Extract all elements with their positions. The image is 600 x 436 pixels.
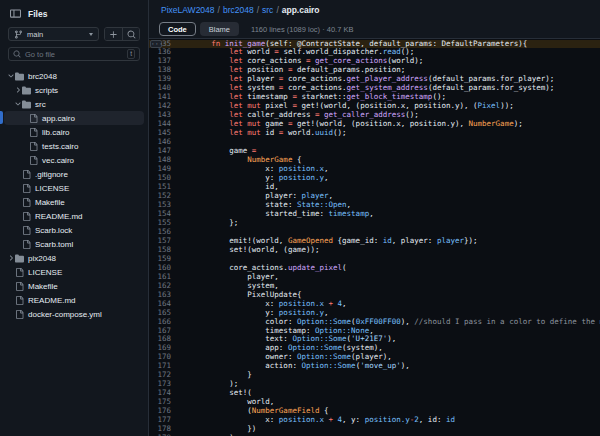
chevron-down-icon [89, 33, 93, 36]
file-icon [22, 226, 31, 235]
folder-icon [15, 254, 24, 263]
code-text: let mut id = world.uuid(); [175, 129, 347, 138]
file-icon [29, 114, 38, 123]
code-line-155: 155 }; [149, 219, 600, 228]
chevron-down-icon [6, 72, 15, 80]
breadcrumb-link-src[interactable]: src [262, 5, 273, 15]
file-view-tabbar: Code Blame 1160 lines (1089 loc) · 40.7 … [149, 20, 600, 39]
chevron-right-icon [6, 254, 15, 262]
tree-item-label: LICENSE [28, 268, 62, 277]
breadcrumb: PixeLAW2048/brc2048/src/app.cairo [149, 0, 600, 20]
breadcrumb-separator: / [276, 5, 278, 15]
tree-item-scarb-toml[interactable]: Scarb.toml [4, 237, 144, 251]
file-icon [15, 310, 24, 319]
branch-selector[interactable]: main [8, 27, 99, 41]
breadcrumb-link-pixelaw2048[interactable]: PixeLAW2048 [161, 5, 215, 15]
file-tree-sidebar: Files main [0, 0, 149, 436]
tree-item-label: Scarb.lock [35, 226, 72, 235]
tree-item-label: src [35, 100, 46, 109]
tree-item-makefile[interactable]: Makefile [4, 279, 144, 293]
tree-item-label: brc2048 [28, 72, 57, 81]
breadcrumb-separator: / [257, 5, 259, 15]
search-icon [127, 30, 136, 39]
tree-item-makefile[interactable]: Makefile [4, 195, 144, 209]
tree-item-label: README.md [35, 212, 83, 221]
tree-item-label: vec.cairo [42, 156, 74, 165]
tree-item-readme-md[interactable]: README.md [4, 293, 144, 307]
code-view-app: Files main [0, 0, 600, 436]
tree-item-label: app.cairo [42, 114, 75, 123]
tree-item-label: Makefile [28, 282, 58, 291]
tree-item-license[interactable]: LICENSE [4, 265, 144, 279]
tree-item-brc2048[interactable]: brc2048 [4, 69, 144, 83]
folder-icon [15, 72, 24, 81]
tree-item-scripts[interactable]: scripts [4, 83, 144, 97]
file-tree: brc2048scriptssrcapp.cairolib.cairotests… [0, 69, 148, 321]
shortcut-key-badge: t [127, 49, 135, 59]
tree-item-label: scripts [35, 86, 58, 95]
add-file-button[interactable] [105, 28, 122, 40]
tree-item-label: lib.cairo [42, 128, 70, 137]
tree-item-pix2048[interactable]: pix2048 [4, 251, 144, 265]
tab-blame[interactable]: Blame [200, 22, 239, 36]
tree-action-buttons [104, 27, 140, 41]
file-info: 1160 lines (1089 loc) · 40.7 KB [251, 25, 353, 34]
breadcrumb-link-brc2048[interactable]: brc2048 [223, 5, 254, 15]
git-branch-icon [14, 30, 23, 39]
chevron-down-icon [13, 100, 22, 108]
sidebar-header: Files [0, 6, 148, 25]
main-panel: PixeLAW2048/brc2048/src/app.cairo Code B… [149, 0, 600, 436]
breadcrumb-current-file: app.cairo [282, 5, 320, 15]
tree-item-src[interactable]: src [4, 97, 144, 111]
tab-code[interactable]: Code [159, 22, 196, 36]
tree-item-app-cairo[interactable]: app.cairo [4, 111, 144, 125]
tree-item-label: .gitignore [35, 170, 68, 179]
go-to-file-placeholder: Go to file [25, 50, 123, 59]
file-icon [29, 142, 38, 151]
selected-item-accent-bar [0, 111, 3, 124]
file-icon [22, 198, 31, 207]
code-text: set!(world, (game)); [175, 246, 320, 255]
breadcrumb-separator: / [218, 5, 220, 15]
tree-item-label: tests.cairo [42, 142, 78, 151]
file-icon [22, 240, 31, 249]
chevron-right-icon [13, 86, 22, 94]
sidebar-collapse-icon [10, 8, 21, 19]
tree-item-label: Makefile [35, 198, 65, 207]
plus-icon [109, 30, 118, 39]
sidebar-title: Files [28, 9, 47, 19]
search-icon [13, 50, 21, 58]
file-icon [29, 156, 38, 165]
tree-item-scarb-lock[interactable]: Scarb.lock [4, 223, 144, 237]
file-icon [29, 128, 38, 137]
tree-item-readme-md[interactable]: README.md [4, 209, 144, 223]
code-text: }; [175, 219, 238, 228]
file-icon [15, 282, 24, 291]
sidebar-controls: main [0, 25, 148, 47]
tree-item-label: docker-compose.yml [28, 310, 102, 319]
file-icon [15, 268, 24, 277]
tree-item-tests-cairo[interactable]: tests.cairo [4, 139, 144, 153]
tree-item-label: Scarb.toml [35, 240, 73, 249]
folder-icon [22, 100, 31, 109]
file-icon [22, 212, 31, 221]
tree-item--gitignore[interactable]: .gitignore [4, 167, 144, 181]
tree-item-docker-compose-yml[interactable]: docker-compose.yml [4, 307, 144, 321]
go-to-file-input[interactable]: Go to file t [8, 47, 140, 61]
file-icon [22, 184, 31, 193]
tree-item-license[interactable]: LICENSE [4, 181, 144, 195]
tree-item-vec-cairo[interactable]: vec.cairo [4, 153, 144, 167]
tree-item-label: pix2048 [28, 254, 56, 263]
folder-icon [22, 86, 31, 95]
collapse-sidebar-button[interactable] [10, 8, 21, 19]
search-tree-button[interactable] [122, 28, 139, 40]
tree-item-lib-cairo[interactable]: lib.cairo [4, 125, 144, 139]
code-line-145: 145 let mut id = world.uuid(); [149, 129, 600, 138]
file-icon [15, 296, 24, 305]
tree-item-label: LICENSE [35, 184, 69, 193]
code-line-158: 158 set!(world, (game)); [149, 246, 600, 255]
code-editor: 135··· fn init_game(self: @ContractState… [149, 39, 600, 436]
branch-name: main [27, 30, 43, 39]
tree-item-label: README.md [28, 296, 76, 305]
file-icon [22, 170, 31, 179]
